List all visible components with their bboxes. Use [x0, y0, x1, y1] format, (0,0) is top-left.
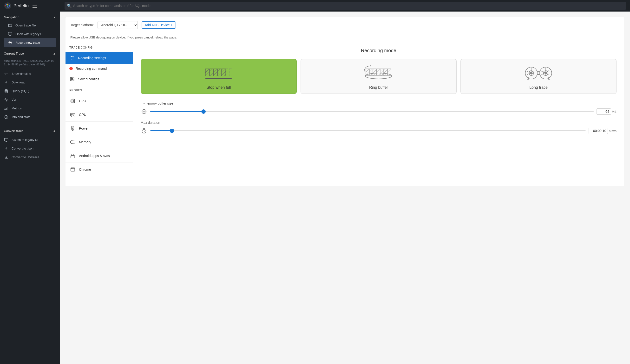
max-duration-input[interactable]	[588, 128, 608, 134]
svg-rect-14	[6, 108, 7, 110]
svg-rect-33	[71, 99, 75, 103]
recording-mode-title: Recording mode	[141, 48, 616, 53]
android-icon	[69, 153, 76, 159]
main-layout: Navigation ▲ Open trace file Open with l…	[0, 11, 630, 364]
folder-icon	[8, 23, 12, 28]
ring-buffer-label: Ring buffer	[369, 85, 388, 90]
sidebar-item-open-legacy[interactable]: Open with legacy UI	[4, 29, 56, 38]
long-trace-illustration	[464, 63, 612, 82]
stop-when-full-label: Stop when full	[207, 85, 231, 90]
sidebar: Navigation ▲ Open trace file Open with l…	[0, 11, 60, 364]
chrome-icon	[69, 166, 76, 173]
sidebar-item-metrics[interactable]: Metrics	[0, 104, 60, 113]
navigation-header: Navigation ▲	[4, 15, 56, 19]
sidebar-item-download[interactable]: Download	[0, 78, 60, 87]
target-platform-container: Target platform: Android Q+ / 10+ Androi…	[66, 17, 624, 42]
svg-point-70	[71, 168, 72, 168]
max-duration-section: Max duration	[141, 121, 616, 134]
svg-rect-15	[7, 107, 8, 110]
svg-point-2	[7, 4, 8, 5]
mode-card-stop-when-full[interactable]: Stop when full	[141, 59, 297, 94]
svg-rect-87	[373, 69, 376, 75]
buffer-size-section: In-memory buffer size	[141, 101, 616, 115]
svg-rect-77	[218, 69, 222, 76]
convert-trace-section: Convert trace ▲	[0, 125, 60, 136]
monitor-icon	[8, 31, 12, 36]
svg-rect-89	[380, 69, 384, 75]
probe-memory[interactable]: Memory	[66, 135, 133, 149]
svg-rect-91	[388, 69, 391, 75]
buffer-size-row: MB	[141, 108, 616, 115]
svg-point-104	[544, 72, 547, 74]
add-adb-device-button[interactable]: Add ADB Device +	[142, 21, 176, 29]
max-duration-label: Max duration	[141, 121, 616, 125]
sidebar-item-switch-legacy[interactable]: Switch to legacy UI	[0, 136, 60, 144]
saved-configs-menu-item[interactable]: Saved configs	[66, 73, 133, 85]
record-dot-icon	[69, 67, 73, 70]
recording-command-menu-item[interactable]: Recording command	[66, 64, 133, 73]
ring-buffer-illustration	[305, 63, 452, 82]
svg-rect-47	[70, 114, 75, 116]
sliders-icon	[69, 55, 75, 61]
trace-info: trace-cepheus-RKQ1.200826.002-2024-06-21…	[0, 58, 60, 69]
current-trace-chevron: ▲	[53, 52, 56, 55]
current-trace-section: Current Trace ▲	[0, 48, 60, 58]
sidebar-item-query-sql[interactable]: Query (SQL)	[0, 87, 60, 95]
perfetto-logo	[4, 2, 12, 10]
svg-rect-76	[214, 69, 218, 76]
max-duration-track[interactable]	[150, 130, 586, 131]
stop-when-full-illustration	[145, 63, 292, 82]
svg-point-9	[10, 42, 11, 43]
navigation-chevron: ▲	[53, 16, 56, 19]
svg-rect-5	[8, 32, 12, 35]
svg-rect-19	[4, 138, 8, 141]
svg-point-109	[142, 109, 146, 114]
buffer-size-unit: MB	[612, 110, 617, 114]
svg-rect-78	[222, 69, 226, 76]
svg-rect-51	[73, 114, 74, 115]
buffer-size-value: MB	[596, 108, 617, 115]
convert-json-icon	[4, 146, 9, 151]
probe-android-apps[interactable]: Android apps & svcs	[66, 149, 133, 163]
recording-settings-menu-item[interactable]: Recording settings	[66, 52, 133, 64]
search-input[interactable]	[64, 2, 626, 10]
probe-gpu[interactable]: GPU	[66, 108, 133, 121]
buffer-size-input[interactable]	[596, 108, 611, 115]
target-platform-select[interactable]: Android Q+ / 10+ Android P Android O Chr…	[98, 21, 138, 29]
sidebar-item-convert-json[interactable]: Convert to .json	[0, 144, 60, 153]
svg-point-4	[9, 5, 10, 6]
sidebar-item-open-trace[interactable]: Open trace file	[4, 21, 56, 29]
svg-rect-32	[71, 80, 73, 81]
max-duration-value: h:m:s	[588, 128, 616, 134]
hamburger-menu[interactable]	[32, 4, 37, 8]
svg-rect-50	[72, 114, 72, 115]
probe-power[interactable]: Power	[66, 121, 133, 135]
mode-card-ring-buffer[interactable]: Ring buffer	[300, 59, 456, 94]
max-duration-unit: h:m:s	[609, 129, 616, 133]
logo-area: Perfetto	[4, 2, 62, 10]
mode-card-long-trace[interactable]: Long trace	[460, 59, 616, 94]
sidebar-item-info-stats[interactable]: Info and stats	[0, 113, 60, 121]
svg-rect-56	[70, 141, 75, 143]
target-label: Target platform:	[70, 23, 94, 27]
svg-rect-13	[4, 109, 5, 110]
viz-icon	[4, 97, 9, 102]
svg-rect-65	[71, 156, 75, 158]
svg-rect-75	[210, 69, 213, 76]
probe-cpu[interactable]: CPU	[66, 94, 133, 108]
sidebar-item-viz[interactable]: Viz	[0, 95, 60, 104]
app-title: Perfetto	[14, 3, 29, 8]
sidebar-item-record-trace[interactable]: Record new trace	[4, 38, 56, 47]
trace-config-panel: Trace config Recording settings Recordin…	[66, 42, 133, 186]
record-icon	[8, 40, 12, 45]
recording-panel: Trace config Recording settings Recordin…	[66, 42, 624, 186]
memory-icon	[69, 139, 76, 146]
usb-debug-note: Please allow USB debugging on device. If…	[66, 36, 624, 42]
probe-chrome[interactable]: Chrome	[66, 163, 133, 176]
svg-point-98	[530, 72, 532, 74]
switch-icon	[4, 138, 9, 142]
buffer-size-track[interactable]	[150, 111, 594, 112]
sidebar-item-convert-systrace[interactable]: Convert to .systrace	[0, 153, 60, 162]
sidebar-item-show-timeline[interactable]: Show timeline	[0, 69, 60, 78]
convert-systrace-icon	[4, 155, 9, 160]
